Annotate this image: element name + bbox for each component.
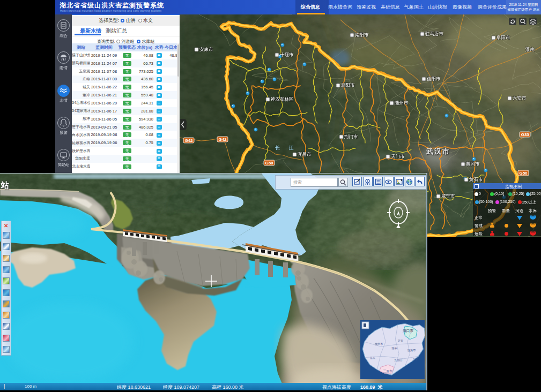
svg-text:咸宁市: 咸宁市 <box>441 193 455 199</box>
svg-text:G50: G50 <box>265 161 273 165</box>
svg-text:武汉市: 武汉市 <box>426 147 450 155</box>
svg-text:G42: G42 <box>218 137 227 142</box>
svg-text:琼海市: 琼海市 <box>407 349 416 352</box>
svg-text:十堰市: 十堰市 <box>280 52 294 57</box>
svg-text:阜阳市: 阜阳市 <box>496 35 510 40</box>
svg-text:G35: G35 <box>521 132 529 137</box>
svg-text:G42: G42 <box>184 138 193 143</box>
svg-text:随州市: 随州市 <box>395 100 409 105</box>
svg-text:驻马店市: 驻马店市 <box>425 31 444 36</box>
svg-text:万宁: 万宁 <box>412 357 418 360</box>
svg-text:黄冈市: 黄冈市 <box>465 161 480 167</box>
svg-text:定安: 定安 <box>398 339 403 343</box>
svg-text:黄石市: 黄石市 <box>469 177 483 182</box>
svg-text:长 江: 长 江 <box>275 145 298 150</box>
svg-text:神农架林区: 神农架林区 <box>270 96 294 102</box>
svg-text:琼中: 琼中 <box>391 346 397 350</box>
svg-text:海口市: 海口市 <box>403 329 414 333</box>
svg-text:淮南: 淮南 <box>525 47 535 52</box>
svg-text:G50: G50 <box>519 171 528 176</box>
svg-text:安康市: 安康市 <box>199 47 213 52</box>
svg-text:乐东: 乐东 <box>370 356 375 359</box>
svg-text:信阳市: 信阳市 <box>426 76 441 81</box>
svg-text:站: 站 <box>1 180 9 190</box>
svg-text:五指山: 五指山 <box>394 358 402 361</box>
svg-text:荆门市: 荆门市 <box>344 134 358 139</box>
svg-text:儋州市: 儋州市 <box>374 342 383 346</box>
svg-text:六安市: 六安市 <box>513 95 527 101</box>
svg-text:天门市: 天门市 <box>391 154 405 159</box>
svg-text:南阳市: 南阳市 <box>355 32 369 37</box>
svg-text:襄阳市: 襄阳市 <box>341 82 355 88</box>
svg-text:宜昌市: 宜昌市 <box>298 152 312 157</box>
svg-text:三亚市: 三亚市 <box>383 370 392 373</box>
